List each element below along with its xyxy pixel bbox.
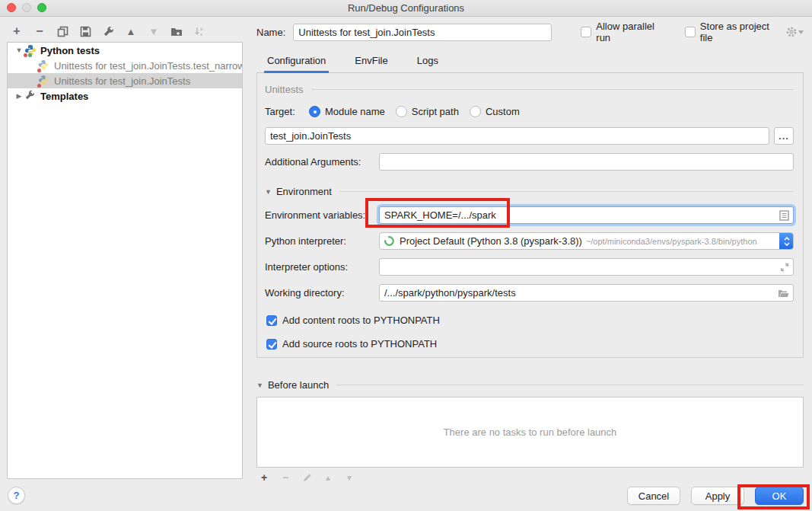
python-test-icon [38,59,50,72]
close-window-button[interactable] [7,3,16,12]
radio-unselected-icon[interactable] [396,106,407,117]
radio-script-path[interactable]: Script path [396,106,459,117]
radio-selected-icon[interactable] [309,106,320,117]
add-content-roots-checkbox[interactable]: Add content roots to PYTHONPATH [266,315,794,326]
svg-text:z: z [200,32,202,37]
dropdown-stepper-icon[interactable] [779,232,794,250]
checkbox-unchecked-icon[interactable] [685,27,696,37]
zoom-window-button[interactable] [37,3,46,12]
additional-arguments-row: Additional Arguments: [265,153,794,171]
python-interpreter-select[interactable]: Project Default (Python 3.8 (pyspark-3.8… [379,232,794,250]
target-module-input[interactable] [265,127,769,145]
allow-parallel-run-label: Allow parallel run [596,21,667,43]
group-divider [336,385,804,385]
tree-item-templates[interactable]: ▶ Templates [8,88,242,104]
radio-script-path-label: Script path [412,106,459,117]
environment-section-title: Environment [276,186,332,197]
store-as-project-file-checkbox[interactable]: Store as project file [685,21,779,43]
open-folder-icon[interactable] [778,289,789,298]
new-folder-icon[interactable] [169,24,184,39]
tab-logs[interactable]: Logs [414,55,441,72]
checkbox-unchecked-icon[interactable] [581,27,591,37]
python-interpreter-row: Python interpreter: Project Default (Pyt… [265,232,794,250]
target-value-row: ... [265,127,794,145]
help-button[interactable]: ? [8,487,25,504]
move-up-button[interactable]: ▲ [123,24,139,39]
cancel-button[interactable]: Cancel [627,487,680,505]
expand-field-icon[interactable] [780,263,789,272]
apply-button[interactable]: Apply [691,487,744,505]
store-options-gear-icon[interactable] [785,26,804,38]
configuration-detail-panel: Name: Allow parallel run Store as projec… [256,23,804,487]
collapse-arrow-icon[interactable]: ▶ [14,92,24,100]
configuration-pane: Unittests Target: Module name Script pat… [256,73,804,358]
save-configuration-icon[interactable] [78,24,93,39]
working-directory-input[interactable] [379,284,794,302]
working-directory-row: Working directory: [265,284,794,302]
dialog-footer: ? Cancel Apply OK [0,481,812,511]
test-failed-dot [24,53,27,57]
radio-custom[interactable]: Custom [470,106,520,117]
radio-custom-label: Custom [486,106,520,117]
name-label: Name: [256,27,285,38]
tab-envfile[interactable]: EnvFile [352,55,390,72]
expand-arrow-icon[interactable]: ▼ [14,46,24,54]
interpreter-options-label: Interpreter options: [265,261,379,273]
add-source-roots-label: Add source roots to PYTHONPATH [282,338,437,350]
tree-item-python-tests[interactable]: ▼ Python tests [8,43,242,58]
additional-arguments-input[interactable] [379,153,794,171]
tree-item-unittests-jointests-selected[interactable]: Unittests for test_join.JoinTests [8,73,242,88]
traffic-lights [7,3,46,12]
remove-configuration-button[interactable]: − [32,24,47,39]
configurations-toolbar: + − ▲ ▼ az [9,23,207,40]
python-interpreter-label: Python interpreter: [265,235,379,247]
target-row: Target: Module name Script path Custom [265,106,794,117]
test-passed-dot [28,53,32,57]
environment-variables-row: Environment variables: [265,206,794,224]
edit-templates-wrench-icon[interactable] [100,24,116,39]
ok-button[interactable]: OK [755,487,804,505]
sort-configurations-icon: az [192,24,207,39]
before-launch-title: Before launch [268,379,329,391]
title-bar: Run/Debug Configurations [0,0,812,17]
interpreter-options-input[interactable] [379,258,794,276]
interpreter-path: ~/opt/miniconda3/envs/pyspark-3.8/bin/py… [586,237,757,246]
run-debug-configurations-dialog: Run/Debug Configurations + − ▲ ▼ az ▼ [0,0,812,511]
working-directory-label: Working directory: [265,287,379,299]
copy-configuration-icon[interactable] [55,24,70,39]
before-launch-header[interactable]: ▼ Before launch [256,379,804,391]
checkbox-checked-icon[interactable] [266,339,277,350]
checkbox-checked-icon[interactable] [266,315,277,326]
section-collapse-icon[interactable]: ▼ [265,188,272,196]
environment-variables-input[interactable] [379,206,794,224]
configuration-tabs: Configuration EnvFile Logs [256,52,804,73]
additional-arguments-label: Additional Arguments: [265,156,379,168]
radio-module-name[interactable]: Module name [309,106,385,117]
radio-unselected-icon[interactable] [470,106,481,117]
tree-item-label: Unittests for test_join.JoinTests.test_n… [54,60,242,72]
move-down-button: ▼ [146,24,161,39]
browse-module-button[interactable]: ... [774,127,794,145]
python-tests-icon [24,44,37,56]
environment-section-header[interactable]: ▼ Environment [265,186,794,197]
tab-configuration[interactable]: Configuration [264,55,329,72]
unittests-group-title: Unittests [265,84,304,95]
before-launch-empty-message: There are no tasks to run before launch [444,426,617,438]
add-content-roots-label: Add content roots to PYTHONPATH [282,315,440,326]
radio-module-name-label: Module name [325,106,385,117]
conda-environment-icon [384,235,396,248]
templates-wrench-icon [24,90,37,102]
tree-item-label: Unittests for test_join.JoinTests [54,75,190,87]
add-source-roots-checkbox[interactable]: Add source roots to PYTHONPATH [266,338,794,350]
allow-parallel-run-checkbox[interactable]: Allow parallel run [581,21,667,43]
browse-variables-icon[interactable] [779,210,789,221]
interpreter-options-row: Interpreter options: [265,258,794,276]
configurations-tree: ▼ Python tests Unittests for test_join.J… [7,42,243,479]
svg-text:a: a [200,27,203,31]
section-collapse-icon[interactable]: ▼ [256,382,263,389]
name-input[interactable] [293,24,552,41]
add-configuration-button[interactable]: + [9,24,24,39]
minimize-window-button [22,3,31,12]
tree-item-label: Python tests [40,45,100,56]
tree-item-unittests-narrow[interactable]: Unittests for test_join.JoinTests.test_n… [8,58,242,73]
